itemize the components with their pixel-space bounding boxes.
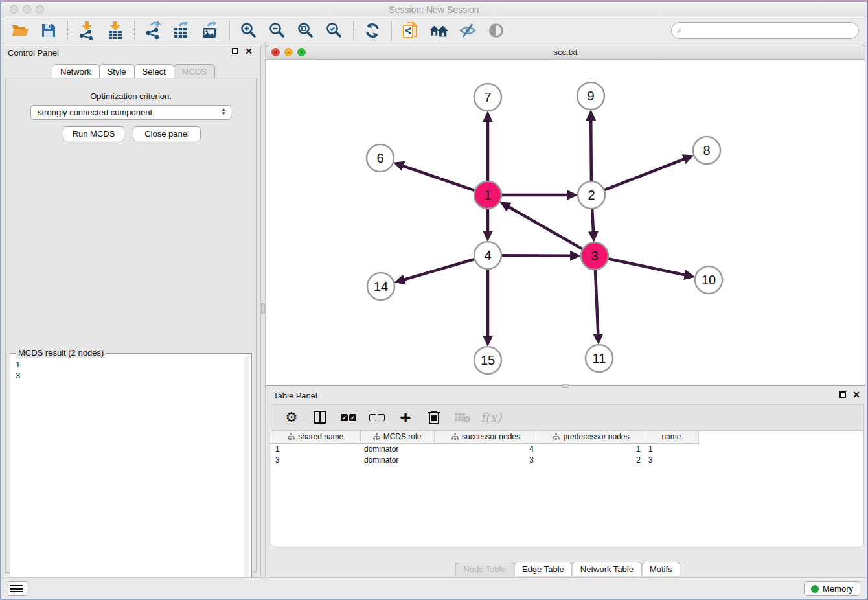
table-panel-title: Table Panel — [273, 391, 317, 400]
cell-successor-nodes[interactable]: 4 — [434, 443, 538, 454]
column-header-shared-name[interactable]: shared name — [271, 431, 360, 443]
application-window: Session: New Session — [0, 0, 868, 600]
edge-3-1[interactable] — [508, 207, 583, 249]
node-label-9: 9 — [587, 89, 594, 103]
float-panel-icon[interactable] — [232, 48, 238, 54]
select-all-icon[interactable]: ✓✓ — [340, 409, 357, 426]
edge-4-14[interactable] — [404, 259, 475, 280]
edge-2-9[interactable] — [591, 120, 591, 181]
export-network-icon[interactable] — [144, 21, 163, 40]
node-label-14: 14 — [374, 279, 388, 294]
search-box[interactable]: ⌕ — [671, 22, 859, 39]
add-column-icon[interactable]: + — [397, 409, 414, 426]
table-row[interactable]: 3dominator323 — [271, 454, 698, 465]
zoom-out-icon[interactable] — [268, 21, 287, 40]
control-panel-title: Control Panel — [8, 48, 59, 58]
result-line: 3 — [16, 370, 20, 381]
mcds-result-box: MCDS result (2 nodes) 13 — [10, 353, 252, 598]
run-mcds-button[interactable]: Run MCDS — [63, 126, 124, 141]
cell-MCDS-role[interactable]: dominator — [360, 443, 434, 454]
table-row[interactable]: 1dominator411 — [271, 443, 698, 454]
show-all-icon[interactable] — [486, 21, 506, 40]
zoom-in-icon[interactable] — [239, 21, 258, 40]
save-session-icon[interactable] — [39, 21, 58, 40]
cell-shared-name[interactable]: 1 — [271, 443, 360, 454]
node-label-6: 6 — [376, 151, 383, 165]
edge-3-11[interactable] — [595, 270, 598, 334]
cell-predecessor-nodes[interactable]: 1 — [538, 443, 645, 454]
open-file-icon[interactable] — [10, 21, 30, 40]
float-table-panel-icon[interactable] — [839, 391, 846, 398]
cell-successor-nodes[interactable]: 3 — [434, 454, 538, 465]
open-session-icon[interactable] — [401, 21, 420, 40]
main-toolbar: ⌕ — [1, 17, 867, 43]
export-table-icon[interactable] — [172, 21, 192, 40]
column-header-name[interactable]: name — [645, 431, 698, 443]
table-toolbar: ⚙ ✓✓ + f(x) — [271, 404, 864, 430]
status-bar: Memory — [1, 577, 867, 599]
search-input[interactable] — [681, 24, 858, 37]
search-icon: ⌕ — [677, 25, 681, 36]
task-history-button[interactable] — [8, 581, 27, 596]
result-scrollbar[interactable] — [244, 356, 249, 590]
tab-edge-table[interactable]: Edge Table — [514, 562, 573, 576]
edge-3-10[interactable] — [608, 259, 685, 275]
tab-select[interactable]: Select — [134, 64, 174, 78]
horizontal-splitter-handle[interactable] — [562, 384, 569, 388]
cell-shared-name[interactable]: 3 — [271, 454, 360, 465]
titlebar: Session: New Session — [1, 2, 867, 17]
column-header-predecessor-nodes[interactable]: predecessor nodes — [538, 431, 645, 443]
home-icon[interactable] — [429, 21, 449, 40]
network-view-window: ✕ − + scc.txt 7968124314101511 — [266, 45, 865, 386]
node-label-3: 3 — [591, 249, 598, 263]
optimization-criterion-select[interactable]: strongly connected component ▲▼ — [30, 105, 231, 120]
node-label-2: 2 — [588, 188, 595, 202]
import-network-icon[interactable] — [77, 21, 97, 40]
export-image-icon[interactable] — [201, 21, 220, 40]
node-table[interactable]: shared nameMCDS rolesuccessor nodesprede… — [271, 430, 864, 546]
deselect-all-icon[interactable] — [369, 409, 385, 426]
memory-button[interactable]: Memory — [804, 581, 860, 596]
edge-1-6[interactable] — [403, 166, 475, 190]
close-table-panel-icon[interactable]: ✕ — [852, 391, 860, 398]
node-label-8: 8 — [703, 143, 710, 157]
cell-name[interactable]: 3 — [645, 454, 698, 465]
tab-motifs[interactable]: Motifs — [641, 562, 681, 576]
import-table-icon[interactable] — [106, 21, 125, 40]
network-window-titlebar[interactable]: ✕ − + scc.txt — [266, 45, 865, 60]
mcds-tab-content: Optimization criterion: strongly connect… — [5, 78, 257, 573]
column-header-successor-nodes[interactable]: successor nodes — [434, 431, 538, 443]
close-panel-icon[interactable]: ✕ — [245, 48, 253, 54]
zoom-fit-icon[interactable] — [296, 21, 315, 40]
tab-network-table[interactable]: Network Table — [572, 562, 642, 576]
selected-option: strongly connected component — [38, 108, 152, 117]
node-label-1: 1 — [484, 188, 491, 202]
tab-mcds[interactable]: MCDS — [174, 64, 215, 78]
cell-name[interactable]: 1 — [645, 443, 698, 454]
node-label-4: 4 — [484, 248, 491, 262]
edge-2-8[interactable] — [604, 159, 685, 190]
column-header-MCDS-role[interactable]: MCDS role — [360, 431, 434, 443]
splitter-handle[interactable] — [261, 303, 265, 314]
column-split-icon[interactable] — [312, 409, 328, 426]
edge-4-3[interactable] — [501, 255, 571, 256]
close-panel-button[interactable]: Close panel — [133, 126, 201, 141]
function-builder-icon: f(x) — [483, 409, 499, 426]
cell-MCDS-role[interactable]: dominator — [360, 454, 434, 465]
tab-network[interactable]: Network — [52, 64, 100, 78]
tab-node-table[interactable]: Node Table — [455, 562, 514, 576]
refresh-icon[interactable] — [363, 21, 382, 40]
vertical-splitter[interactable] — [260, 44, 266, 581]
window-title: Session: New Session — [1, 5, 867, 15]
cell-predecessor-nodes[interactable]: 2 — [538, 454, 645, 465]
hide-selected-icon[interactable] — [458, 21, 477, 40]
edge-2-3[interactable] — [592, 209, 593, 232]
network-graph: 7968124314101511 — [266, 60, 865, 385]
table-panel-tabs: Node TableEdge TableNetwork TableMotifs — [455, 562, 680, 576]
zoom-selected-icon[interactable] — [325, 21, 344, 40]
tab-style[interactable]: Style — [99, 64, 135, 78]
delete-column-icon[interactable] — [426, 409, 442, 426]
gear-icon[interactable]: ⚙ — [283, 409, 300, 426]
network-canvas[interactable]: 7968124314101511 — [266, 60, 865, 385]
network-title: scc.txt — [266, 47, 865, 57]
